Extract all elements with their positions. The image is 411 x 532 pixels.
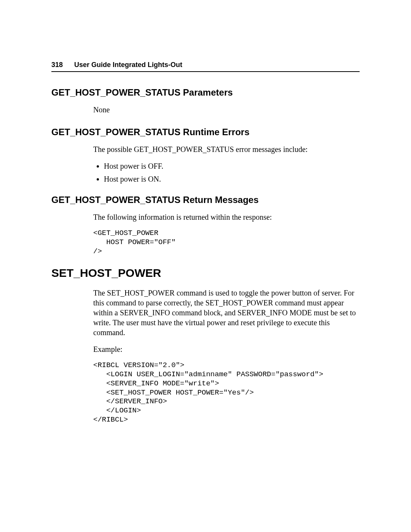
return-messages-code: <GET_HOST_POWER HOST POWER="OFF" />	[93, 229, 360, 256]
set-host-power-body: The SET_HOST_POWER command is used to to…	[93, 288, 360, 424]
runtime-errors-body: The possible GET_HOST_POWER_STATUS error…	[93, 144, 360, 184]
list-item: Host power is ON.	[104, 174, 360, 184]
heading-return-messages: GET_HOST_POWER_STATUS Return Messages	[51, 195, 360, 205]
return-messages-body: The following information is returned wi…	[93, 212, 360, 256]
page-header: 318 User Guide Integrated Lights-Out	[51, 61, 360, 72]
heading-runtime-errors: GET_HOST_POWER_STATUS Runtime Errors	[51, 127, 360, 137]
list-item: Host power is OFF.	[104, 161, 360, 171]
heading-set-host-power: SET_HOST_POWER	[51, 267, 360, 280]
document-page: 318 User Guide Integrated Lights-Out GET…	[0, 0, 411, 472]
heading-parameters: GET_HOST_POWER_STATUS Parameters	[51, 87, 360, 98]
example-label: Example:	[93, 344, 360, 354]
parameters-body: None	[93, 105, 360, 115]
page-number: 318	[51, 61, 63, 69]
runtime-errors-intro: The possible GET_HOST_POWER_STATUS error…	[93, 144, 360, 154]
runtime-errors-list: Host power is OFF. Host power is ON.	[93, 161, 360, 184]
header-title: User Guide Integrated Lights-Out	[74, 61, 182, 69]
set-host-power-text: The SET_HOST_POWER command is used to to…	[93, 288, 360, 337]
return-messages-intro: The following information is returned wi…	[93, 212, 360, 222]
parameters-text: None	[93, 105, 360, 115]
set-host-power-code: <RIBCL VERSION="2.0"> <LOGIN USER_LOGIN=…	[93, 361, 360, 424]
